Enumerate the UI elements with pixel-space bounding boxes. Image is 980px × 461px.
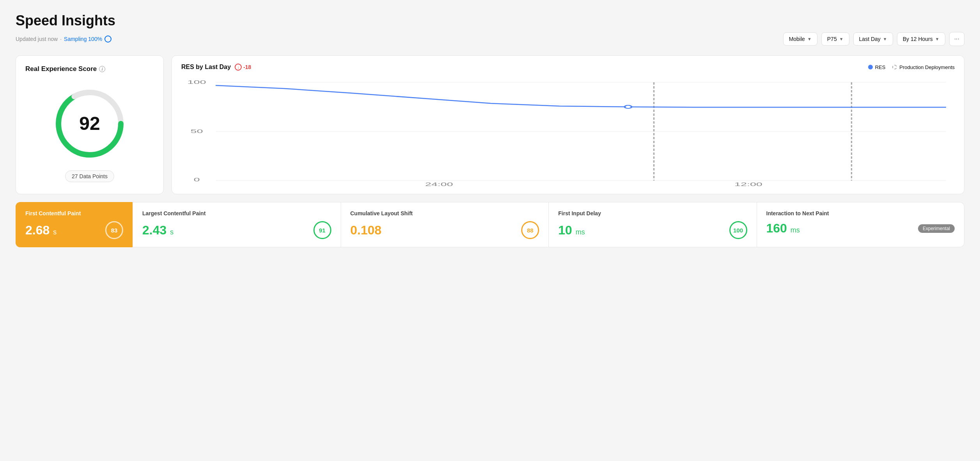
metric-fcp-value: 2.68 s [25, 223, 57, 238]
legend-deploy-icon [892, 65, 897, 69]
legend-res: RES [868, 64, 886, 70]
metric-fcp-score: 83 [105, 221, 123, 239]
metric-fcp-title: First Contentful Paint [25, 210, 123, 216]
info-icon[interactable]: i [99, 66, 105, 72]
filters-bar: Mobile ▼ P75 ▼ Last Day ▼ By 12 Hours ▼ … [783, 32, 964, 46]
metric-cls-value-row: 0.108 88 [350, 221, 540, 239]
percentile-label: P75 [827, 36, 837, 42]
chevron-down-icon: ▼ [807, 37, 812, 41]
metric-fid-title: First Input Delay [558, 210, 747, 216]
metric-lcp-title: Largest Contentful Paint [142, 210, 331, 216]
svg-text:50: 50 [191, 128, 203, 134]
subtitle: Updated just now · Sampling 100% [16, 35, 111, 43]
device-filter[interactable]: Mobile ▼ [783, 32, 817, 46]
metric-fid-score: 100 [729, 221, 747, 239]
period-filter[interactable]: Last Day ▼ [853, 32, 893, 46]
trend-value: -18 [243, 64, 251, 70]
sampling-icon [104, 35, 111, 43]
chart-title-group: RES by Last Day ↓ -18 [181, 64, 251, 71]
data-points-badge: 27 Data Points [65, 170, 114, 182]
legend-deployments: Production Deployments [892, 64, 955, 70]
page-title: Speed Insights [16, 12, 964, 29]
svg-text:0: 0 [194, 177, 200, 183]
chart-header: RES by Last Day ↓ -18 RES Production Dep… [181, 64, 955, 71]
separator: · [60, 36, 62, 42]
metric-inp-title: Interaction to Next Paint [766, 210, 955, 216]
gauge-chart: 92 [51, 85, 129, 163]
trend-badge: ↓ -18 [235, 64, 251, 71]
trend-down-icon: ↓ [235, 64, 242, 71]
metric-lcp-score: 91 [313, 221, 331, 239]
percentile-filter[interactable]: P75 ▼ [821, 32, 849, 46]
metric-cls-title: Cumulative Layout Shift [350, 210, 540, 216]
sampling-link[interactable]: Sampling 100% [64, 36, 102, 42]
more-options-button[interactable]: ··· [949, 32, 964, 46]
metric-cls-score: 88 [521, 221, 539, 239]
metric-inp: Interaction to Next Paint 160 ms Experim… [757, 202, 965, 247]
legend-res-dot [868, 65, 873, 69]
res-score-card: Real Experience Score i 92 27 Data Point… [16, 55, 164, 194]
metric-fid-unit: ms [575, 228, 585, 236]
legend-res-label: RES [875, 64, 886, 70]
device-label: Mobile [789, 36, 805, 42]
chart-legend: RES Production Deployments [868, 64, 955, 70]
svg-text:24:00: 24:00 [425, 181, 453, 186]
chevron-down-icon: ▼ [935, 37, 939, 41]
svg-text:100: 100 [188, 79, 206, 85]
metric-fcp-unit: s [53, 228, 57, 236]
res-score-value: 92 [79, 114, 100, 133]
main-cards: Real Experience Score i 92 27 Data Point… [16, 55, 964, 194]
period-label: Last Day [859, 36, 881, 42]
metric-lcp-value-row: 2.43 s 91 [142, 221, 331, 239]
updated-text: Updated just now [16, 36, 58, 42]
granularity-filter[interactable]: By 12 Hours ▼ [897, 32, 945, 46]
metric-lcp-unit: s [170, 228, 173, 236]
metrics-row: First Contentful Paint 2.68 s 83 Largest… [16, 202, 964, 247]
metric-fcp: First Contentful Paint 2.68 s 83 [16, 202, 133, 247]
metric-cls: Cumulative Layout Shift 0.108 88 [341, 202, 549, 247]
metric-cls-value: 0.108 [350, 223, 382, 238]
metric-lcp-value: 2.43 s [142, 223, 173, 238]
res-chart-card: RES by Last Day ↓ -18 RES Production Dep… [172, 55, 964, 194]
chart-title: RES by Last Day [181, 64, 231, 71]
chart-area: 100 50 0 24:00 12:00 [181, 77, 955, 186]
granularity-label: By 12 Hours [903, 36, 933, 42]
chart-svg: 100 50 0 24:00 12:00 [181, 77, 955, 186]
metric-inp-value-row: 160 ms Experimental [766, 221, 955, 236]
chevron-down-icon: ▼ [839, 37, 844, 41]
svg-point-11 [624, 105, 632, 108]
metric-fcp-value-row: 2.68 s 83 [25, 221, 123, 239]
svg-text:12:00: 12:00 [734, 181, 762, 186]
metric-fid-value-row: 10 ms 100 [558, 221, 747, 239]
chevron-down-icon: ▼ [883, 37, 887, 41]
gauge-center: 92 [79, 114, 100, 133]
metric-lcp: Largest Contentful Paint 2.43 s 91 [133, 202, 341, 247]
metric-fid: First Input Delay 10 ms 100 [548, 202, 757, 247]
metric-inp-value: 160 ms [766, 221, 800, 236]
res-card-title: Real Experience Score i [25, 65, 105, 73]
legend-deploy-label: Production Deployments [899, 64, 955, 70]
metric-inp-badge: Experimental [918, 224, 955, 233]
metric-fid-value: 10 ms [558, 223, 585, 238]
metric-inp-unit: ms [791, 226, 800, 234]
